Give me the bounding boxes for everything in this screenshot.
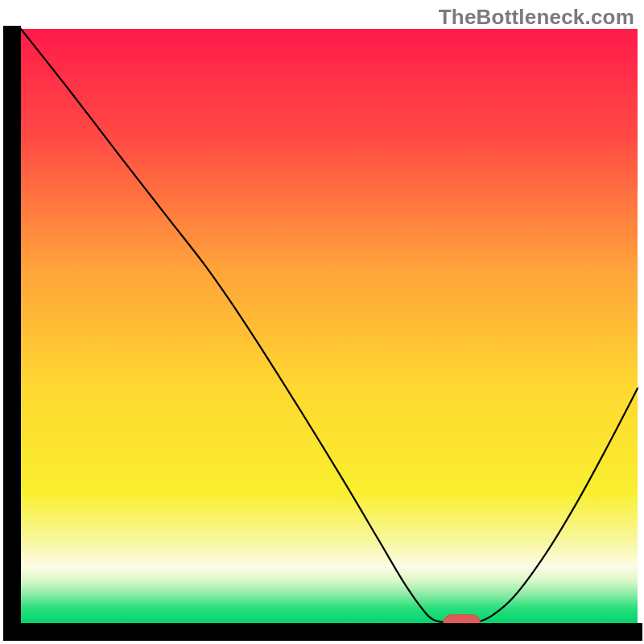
y-axis	[3, 26, 21, 641]
x-axis	[3, 623, 642, 641]
chart-stage: TheBottleneck.com	[0, 0, 644, 644]
bottleneck-chart	[0, 0, 644, 644]
gradient-background	[21, 29, 638, 623]
